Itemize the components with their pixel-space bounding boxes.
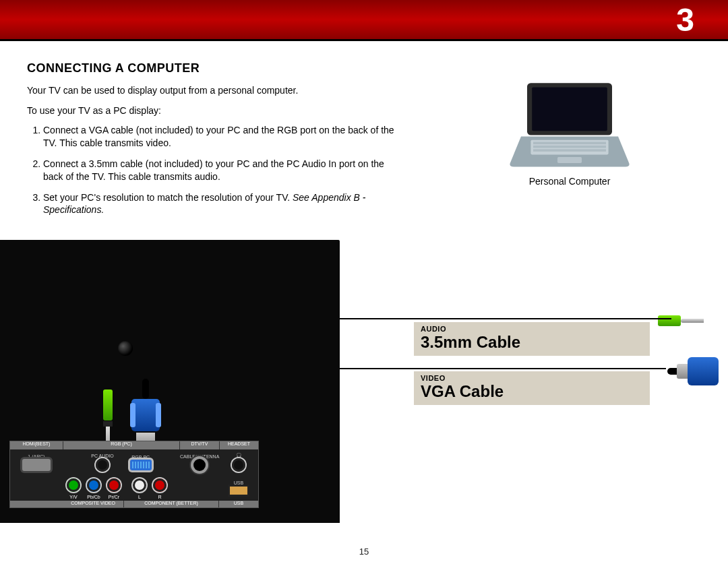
audio-r-label: R (150, 495, 169, 499)
cable-antenna-label: CABLE/ANTENNA (180, 454, 219, 459)
svg-rect-1 (532, 88, 607, 131)
comp-pb-label: Pb/Cb (84, 495, 103, 499)
audio-l-port-icon (133, 478, 146, 492)
step-1: Connect a VGA cable (not included) to yo… (43, 124, 404, 150)
component-pr-port-icon (107, 478, 121, 492)
screw-icon (118, 341, 133, 356)
vga-plug-icon (131, 384, 160, 447)
port-panel: HDMI(BEST) RGB (PC) DTV/TV HEADSET 1 (AR… (9, 441, 259, 508)
audio-l-label: L (130, 495, 149, 499)
svg-rect-4 (533, 146, 606, 148)
coax-port-icon (193, 459, 206, 471)
rgb-pc-label: RGB PC (130, 455, 152, 460)
component-footer: COMPONENT (BETTER) (123, 501, 219, 507)
svg-rect-3 (533, 142, 606, 145)
headset-icon: 🎧 (219, 453, 258, 458)
audio-jack-icon (658, 314, 712, 326)
steps-list: Connect a VGA cable (not included) to yo… (27, 124, 404, 216)
laptop-caption: Personal Computer (492, 176, 647, 187)
audio-tag: AUDIO (421, 325, 643, 333)
usb-footer: USB (219, 501, 258, 507)
comp-pr-label: Pr/Cr (104, 495, 123, 499)
video-tag: VIDEO (421, 374, 643, 382)
comp-y-label: Y/V (64, 495, 83, 499)
hdmi-sub-label: 1 (ARC) (10, 454, 63, 459)
rgb-header: RGB (PC) (63, 441, 180, 449)
dtv-header: DTV/TV (180, 441, 219, 449)
usb-label: USB (219, 480, 258, 485)
laptop-illustration: Personal Computer (492, 78, 647, 187)
video-cable-name: VGA Cable (421, 382, 643, 401)
hdmi-port-icon (22, 459, 51, 471)
component-pb-port-icon (87, 478, 100, 492)
svg-rect-5 (533, 149, 606, 152)
audio-cable-label: AUDIO 3.5mm Cable (414, 322, 650, 356)
pc-audio-label: PC AUDIO (91, 454, 113, 458)
step-3: Set your PC's resolution to match the re… (43, 191, 404, 217)
step-2: Connect a 3.5mm cable (not included) to … (43, 158, 404, 183)
step-3-text: Set your PC's resolution to match the re… (43, 192, 293, 203)
tv-back-panel: HDMI(BEST) RGB (PC) DTV/TV HEADSET 1 (AR… (0, 240, 340, 523)
video-cable-label: VIDEO VGA Cable (414, 371, 650, 405)
intro-paragraph: Your TV can be used to display output fr… (27, 85, 404, 96)
vga-port-icon (130, 460, 152, 470)
chapter-banner: 3 (0, 0, 728, 39)
pc-audio-port-icon (96, 458, 109, 472)
section-title: CONNECTING A COMPUTER (27, 61, 701, 75)
headset-header: HEADSET (219, 441, 258, 449)
chapter-number: 3 (676, 1, 694, 38)
vga-connector-icon (666, 357, 719, 388)
page-number: 15 (359, 547, 369, 557)
laptop-icon (509, 78, 630, 169)
audio-cable-name: 3.5mm Cable (421, 333, 643, 352)
headphone-port-icon (232, 458, 245, 472)
usb-port-icon (230, 487, 247, 495)
composite-footer: COMPOSITE VIDEO (63, 501, 123, 507)
svg-rect-6 (557, 157, 582, 163)
hdmi-header: HDMI(BEST) (10, 441, 63, 449)
audio-r-port-icon (153, 478, 166, 492)
component-y-port-icon (67, 478, 80, 492)
